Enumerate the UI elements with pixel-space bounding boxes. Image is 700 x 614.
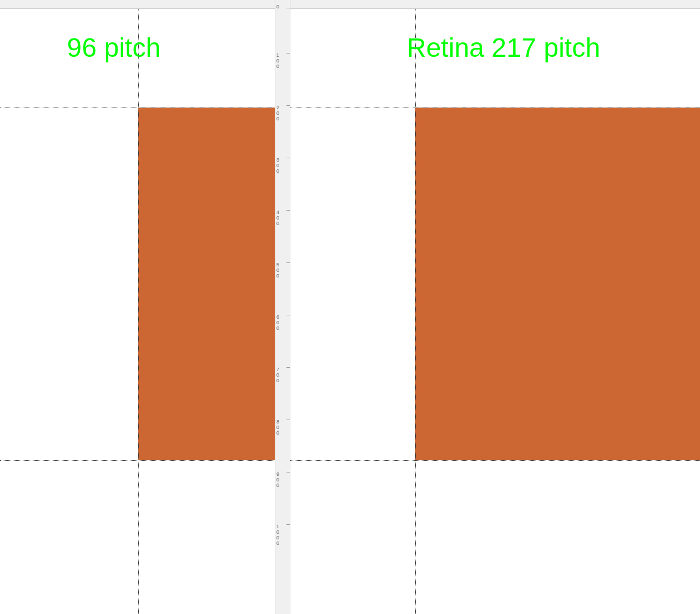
ruler-tick-500: 5 0 0 [275, 262, 291, 279]
ruler-tick-100: 1 0 0 [275, 53, 291, 70]
tick-mark-100 [286, 53, 290, 53]
ruler-tick-700: 7 0 0 [275, 367, 291, 384]
guide-horizontal-bottom [0, 460, 700, 461]
tick-mark-200 [286, 105, 290, 106]
tick-mark-800 [286, 420, 290, 420]
ruler-tick-1000: 1 0 0 0 [275, 524, 291, 547]
canvas: 0 1 0 0 2 0 0 3 0 0 4 0 0 5 0 0 6 0 0 [0, 0, 700, 614]
tick-mark-700 [286, 367, 290, 368]
ruler-tick-400: 4 0 0 [275, 210, 291, 227]
tick-mark-500 [286, 262, 290, 263]
guide-vertical-1 [138, 0, 139, 614]
ruler-tick-600: 6 0 0 [275, 315, 291, 332]
rect-right [415, 108, 700, 460]
label-right: Retina 217 pitch [407, 32, 600, 63]
ruler-tick-800: 8 0 0 [275, 420, 291, 436]
tick-mark-900 [286, 472, 290, 472]
ruler-tick-200: 2 0 0 [275, 105, 291, 122]
tick-mark-0 [286, 8, 290, 8]
tick-mark-1000 [286, 524, 290, 525]
tick-mark-400 [286, 210, 290, 211]
rect-left [138, 108, 275, 460]
guide-vertical-2 [415, 0, 416, 614]
guide-horizontal-top [0, 108, 700, 108]
tick-mark-600 [286, 315, 290, 315]
ruler-tick-900: 9 0 0 [275, 472, 291, 489]
label-left: 96 pitch [67, 32, 161, 63]
ruler-tick-300: 3 0 0 [275, 158, 291, 174]
tick-mark-300 [286, 158, 290, 158]
ruler-vertical: 0 1 0 0 2 0 0 3 0 0 4 0 0 5 0 0 6 0 0 [275, 0, 290, 614]
ruler-tick-0: 0 [275, 4, 291, 10]
ruler-horizontal [0, 0, 700, 9]
